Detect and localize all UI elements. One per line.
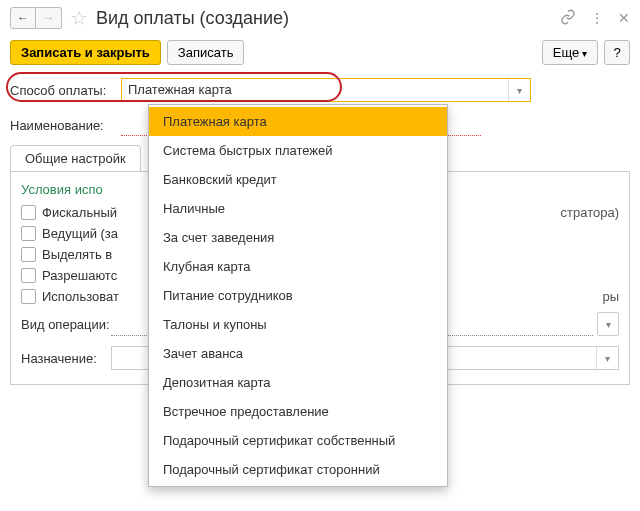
truncated-text-ry: ры xyxy=(602,289,619,304)
name-label: Наименование: xyxy=(10,118,115,133)
dropdown-item[interactable]: Система быстрых платежей xyxy=(149,136,447,165)
dropdown-item[interactable]: За счет заведения xyxy=(149,223,447,252)
save-button[interactable]: Записать xyxy=(167,40,245,65)
dropdown-item[interactable]: Депозитная карта xyxy=(149,368,447,397)
checkbox-fiscal[interactable] xyxy=(21,205,36,220)
destination-label: Назначение: xyxy=(21,351,111,366)
dropdown-item[interactable]: Подарочный сертификат сторонний xyxy=(149,455,447,484)
checkbox-leading[interactable] xyxy=(21,226,36,241)
chevron-down-icon[interactable]: ▾ xyxy=(508,79,530,101)
dropdown-item[interactable]: Банковский кредит xyxy=(149,165,447,194)
checkbox-allow[interactable] xyxy=(21,268,36,283)
link-icon[interactable] xyxy=(560,9,576,28)
dropdown-item[interactable]: Талоны и купоны xyxy=(149,310,447,339)
chevron-down-icon[interactable]: ▾ xyxy=(596,347,618,369)
dropdown-item[interactable]: Клубная карта xyxy=(149,252,447,281)
help-button[interactable]: ? xyxy=(604,40,630,65)
checkbox-fiscal-label: Фискальный xyxy=(42,205,117,220)
kebab-menu-icon[interactable]: ⋮ xyxy=(590,10,604,26)
chevron-down-icon[interactable]: ▾ xyxy=(597,312,619,336)
close-icon[interactable]: ✕ xyxy=(618,10,630,26)
dropdown-item[interactable]: Платежная карта xyxy=(149,107,447,136)
dropdown-item[interactable]: Зачет аванса xyxy=(149,339,447,368)
dropdown-item[interactable]: Подарочный сертификат собственный xyxy=(149,426,447,455)
payment-method-dropdown: Платежная картаСистема быстрых платежейБ… xyxy=(148,104,448,487)
checkbox-highlight[interactable] xyxy=(21,247,36,262)
checkbox-use[interactable] xyxy=(21,289,36,304)
dropdown-item[interactable]: Встречное предоставление xyxy=(149,397,447,426)
dropdown-item[interactable]: Наличные xyxy=(149,194,447,223)
tab-general[interactable]: Общие настройк xyxy=(10,145,141,171)
more-button[interactable]: Еще xyxy=(542,40,598,65)
checkbox-highlight-label: Выделять в xyxy=(42,247,112,262)
payment-method-select[interactable]: Платежная карта ▾ xyxy=(121,78,531,102)
checkbox-allow-label: Разрешаютс xyxy=(42,268,117,283)
dropdown-item[interactable]: Питание сотрудников xyxy=(149,281,447,310)
payment-method-value: Платежная карта xyxy=(122,79,508,101)
truncated-text-admin: стратора) xyxy=(561,205,619,220)
nav-forward-button[interactable]: → xyxy=(36,7,62,29)
save-and-close-button[interactable]: Записать и закрыть xyxy=(10,40,161,65)
payment-method-label: Способ оплаты: xyxy=(10,83,115,98)
nav-back-button[interactable]: ← xyxy=(10,7,36,29)
operation-type-label: Вид операции: xyxy=(21,317,111,332)
checkbox-leading-label: Ведущий (за xyxy=(42,226,118,241)
checkbox-use-label: Использоват xyxy=(42,289,119,304)
favorite-star-icon[interactable]: ☆ xyxy=(70,6,88,30)
page-title: Вид оплаты (создание) xyxy=(96,8,289,29)
